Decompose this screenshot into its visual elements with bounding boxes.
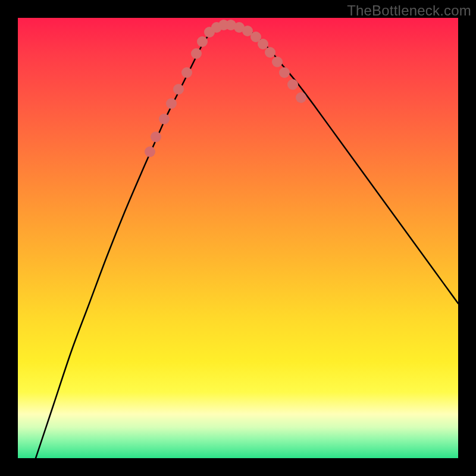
marker-dot (287, 79, 298, 90)
marker-dot (279, 67, 290, 78)
bottleneck-curve (36, 25, 458, 458)
highlight-markers (145, 20, 306, 157)
chart-frame: TheBottleneck.com (0, 0, 476, 476)
curve-svg (18, 18, 458, 458)
marker-dot (151, 131, 161, 142)
marker-dot (197, 36, 208, 47)
marker-dot (191, 48, 202, 59)
marker-dot (159, 114, 170, 124)
marker-dot (166, 98, 177, 109)
watermark-text: TheBottleneck.com (347, 2, 471, 19)
marker-dot (145, 146, 155, 157)
plot-area (18, 18, 458, 458)
marker-dot (181, 67, 192, 78)
marker-dot (272, 57, 283, 67)
marker-dot (173, 84, 184, 95)
marker-dot (258, 39, 268, 49)
marker-dot (265, 47, 275, 58)
marker-dot (296, 92, 306, 103)
